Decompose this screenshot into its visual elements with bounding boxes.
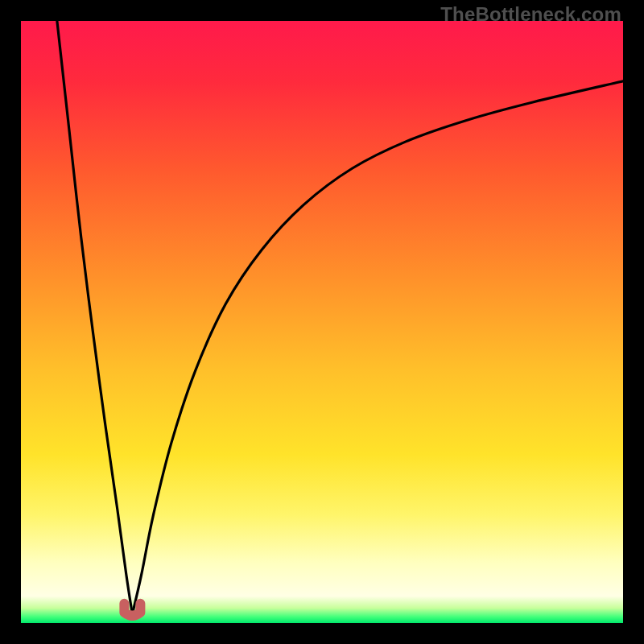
chart-svg bbox=[21, 21, 623, 623]
plot-area bbox=[21, 21, 623, 623]
chart-frame: TheBottleneck.com bbox=[0, 0, 644, 644]
gradient-background bbox=[21, 21, 623, 623]
